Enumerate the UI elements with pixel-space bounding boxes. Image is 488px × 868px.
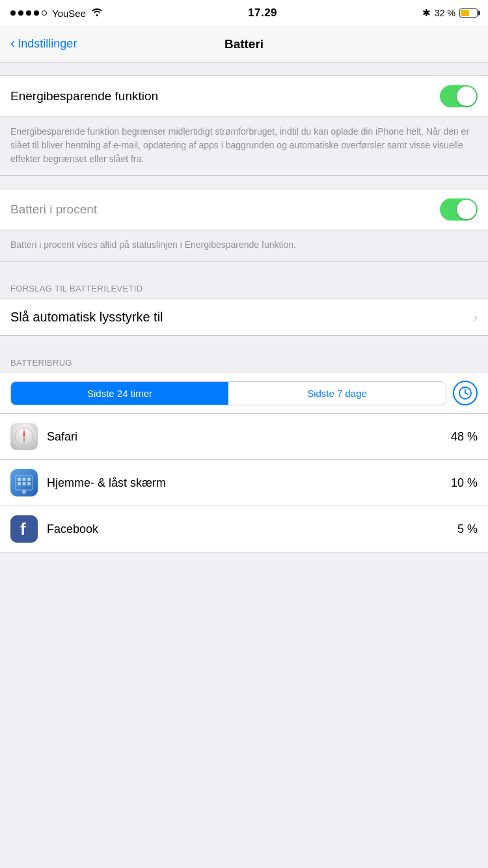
homescreen-app-percent: 10 % [451, 476, 478, 490]
page-title: Batteri [224, 37, 264, 51]
carrier-label: YouSee [52, 8, 86, 19]
energi-toggle-thumb [457, 87, 476, 106]
back-label: Indstillinger [18, 37, 77, 51]
tab-24h-label: Sidste 24 timer [87, 388, 152, 399]
batteri-procent-description: Batteri i procent vises altid på statusl… [0, 230, 488, 262]
batteri-procent-row[interactable]: Batteri i procent [0, 189, 488, 230]
tabs-group: Sidste 24 timer Sidste 7 dage [10, 381, 478, 405]
svg-rect-15 [18, 482, 21, 485]
chevron-right-icon: › [473, 310, 478, 325]
homescreen-app-icon [10, 469, 38, 496]
energi-toggle-row[interactable]: Energibesparende funktion [0, 75, 488, 117]
homescreen-app-name: Hjemme- & låst skærm [47, 476, 442, 490]
tab-7d-label: Sidste 7 dage [307, 388, 367, 399]
tab-7d[interactable]: Sidste 7 dage [228, 382, 446, 405]
safari-app-icon [10, 423, 38, 450]
app-row-facebook[interactable]: f Facebook 5 % [0, 506, 488, 552]
svg-rect-17 [27, 482, 31, 485]
time-label: 17.29 [248, 7, 277, 20]
energi-description-text: Energibesparende funktion begrænser midl… [10, 126, 469, 164]
back-chevron-icon: ‹ [10, 36, 15, 51]
forslag-header-text: FORSLAG TIL BATTERILEVETID [10, 284, 142, 293]
facebook-icon-svg: f [10, 515, 38, 543]
status-left: YouSee [10, 7, 103, 19]
forslag-section-header: FORSLAG TIL BATTERILEVETID [0, 275, 488, 299]
battery-icon [459, 8, 478, 18]
svg-rect-16 [23, 482, 26, 485]
energi-description: Energibesparende funktion begrænser midl… [0, 117, 488, 176]
safari-app-percent: 48 % [451, 430, 478, 444]
svg-line-2 [465, 393, 468, 394]
clock-icon [458, 386, 472, 400]
suggestion-row[interactable]: Slå automatisk lysstyrke til › [0, 299, 488, 336]
bluetooth-icon: ✱ [422, 7, 431, 19]
batteribrug-header-text: BATTERIBRUG [10, 358, 72, 368]
energi-toggle-label: Energibesparende funktion [10, 89, 158, 103]
back-button[interactable]: ‹ Indstillinger [10, 37, 77, 51]
batteribrug-section-header: BATTERIBRUG [0, 349, 488, 373]
svg-text:f: f [20, 519, 26, 539]
section-gap-3 [0, 262, 488, 275]
batteri-procent-label: Batteri i procent [10, 202, 97, 217]
facebook-app-percent: 5 % [457, 522, 478, 536]
energi-toggle[interactable] [440, 85, 478, 107]
dot-1 [10, 10, 16, 16]
facebook-app-name: Facebook [47, 522, 448, 536]
facebook-app-icon: f [10, 515, 38, 543]
section-gap-4 [0, 336, 488, 349]
batteri-procent-toggle[interactable] [440, 198, 478, 221]
status-right: ✱ 32 % [422, 7, 478, 19]
svg-rect-12 [18, 478, 21, 481]
tab-group: Sidste 24 timer Sidste 7 dage [10, 381, 446, 405]
dot-5 [42, 10, 47, 16]
batteri-procent-description-text: Batteri i procent vises altid på statusl… [10, 239, 296, 250]
signal-dots [10, 10, 47, 16]
wifi-icon [91, 7, 103, 19]
dot-4 [34, 10, 39, 16]
nav-bar: ‹ Indstillinger Batteri [0, 26, 488, 62]
homescreen-icon-svg [10, 469, 38, 496]
dot-2 [18, 10, 23, 16]
tab-24h[interactable]: Sidste 24 timer [11, 382, 228, 405]
svg-rect-13 [23, 478, 26, 481]
dot-3 [26, 10, 31, 16]
suggestion-label: Slå automatisk lysstyrke til [10, 310, 163, 325]
svg-rect-14 [27, 478, 31, 481]
section-gap-2 [0, 176, 488, 189]
app-row-homescreen[interactable]: Hjemme- & låst skærm 10 % [0, 460, 488, 506]
battery-percent-label: 32 % [435, 8, 455, 18]
section-gap-1 [0, 62, 488, 75]
safari-icon-svg [10, 423, 38, 450]
status-bar: YouSee 17.29 ✱ 32 % [0, 0, 488, 26]
batteri-procent-toggle-thumb [457, 200, 476, 219]
svg-point-18 [22, 490, 26, 494]
app-row-safari[interactable]: Safari 48 % [0, 414, 488, 460]
battery-tabs-container: Sidste 24 timer Sidste 7 dage [0, 373, 488, 414]
safari-app-name: Safari [47, 430, 442, 444]
clock-button[interactable] [453, 381, 478, 405]
